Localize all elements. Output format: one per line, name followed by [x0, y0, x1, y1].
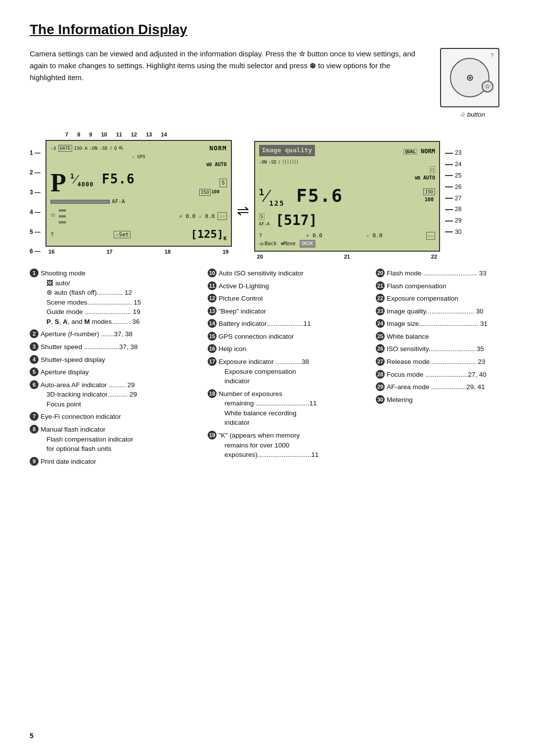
item-1: 1 Shooting mode 🖼 auto/ ⊛ auto (flash of…	[30, 268, 198, 326]
item-5: 5 Aperture display	[30, 367, 198, 377]
legend-col2: 10 Auto ISO sensitivity indicator 11 Act…	[208, 268, 366, 469]
lcd-image-quality-label: Image quality	[259, 145, 315, 156]
right-side-labels: 23 24 25 26 27 28 29 30	[445, 131, 504, 261]
bottom-num-19: 19	[222, 248, 228, 256]
rs-item-23: 23	[445, 149, 504, 157]
item-17: 17 Exposure indicator ..............38 E…	[208, 357, 366, 386]
item-22: 22 Exposure compensation	[376, 294, 504, 304]
lcd-right-icons-row: ☆0N ☆SD ♪ |||||||	[259, 159, 436, 166]
lcd-right-screen: Image quality QUAL NORM ☆0N ☆SD ♪ ||||||…	[254, 141, 441, 251]
lcd-left-icons: ☆ ⚙⚙⚙ ⚙⚙⚙ ⚙⚙⚙	[50, 208, 66, 225]
lcd-set-button: ☆Set	[114, 231, 131, 238]
page-title: The Information Display	[30, 20, 504, 39]
item-12: 12 Picture Control	[208, 294, 366, 304]
item-2: 2 Aperture (f-number) .......37, 38	[30, 329, 198, 339]
item-9: 9 Print date indicator	[30, 457, 198, 467]
item-5-label: Aperture display	[41, 367, 198, 377]
item-8-label: Manual flash indicator	[41, 426, 105, 433]
item-20-label: Flash mode .............................…	[387, 268, 504, 278]
item-7: 7 Eye-Fi connection indicator	[30, 412, 198, 422]
lcd-ok-button: OKOK	[300, 240, 315, 248]
lcd-left-screen: ☆z DATE ISO-A ☆ON ☆SD ♪ Q AL NORM ☆ GPS	[45, 140, 232, 247]
lcd-right-main-display: 1⁄125 F5.6 ISO 100	[259, 183, 436, 209]
bottom-num-16: 16	[48, 248, 54, 256]
item-13: 13 "Beep" indicator	[208, 307, 366, 316]
top-number-row: 7 8 9 10 11 12 13 14	[45, 131, 232, 138]
item-19-label: "K" (appears when memory	[219, 432, 300, 439]
item-21: 21 Flash compensation	[376, 281, 504, 291]
item-27: 27 Release mode.........................…	[376, 357, 504, 367]
lcd-shutter-aperture: 1⁄4000 F5.6	[70, 170, 220, 189]
legend-section: 1 Shooting mode 🖼 auto/ ⊛ auto (flash of…	[30, 268, 504, 469]
lcd-mode-P: P	[50, 170, 66, 196]
item-30-label: Metering	[387, 395, 504, 405]
item-7-label: Eye-Fi connection indicator	[41, 412, 198, 422]
page-number: 5	[30, 731, 34, 741]
lcd-flash-comp: ⚡ 0.0 ☆ 0.0 ☆☆	[179, 212, 226, 220]
diagram-section: 1 — 2 — 3 — 4 — 5 — 6 — 7 8 9 10 11 12 1…	[30, 131, 504, 261]
label-num-3: 3 —	[30, 188, 41, 197]
item-23: 23 Image quality........................…	[376, 307, 504, 316]
lcd-right-s-bracket: S	[259, 213, 265, 221]
item-14: 14 Battery indicator....................…	[208, 319, 366, 329]
lcd-right-wb-row: WB AUTO	[259, 175, 436, 181]
item-12-label: Picture Control	[219, 294, 366, 304]
item-1-label: Shooting mode	[41, 269, 86, 277]
item-15-label: GPS connection indicator	[219, 332, 366, 342]
lcd-right-wrapper: Image quality QUAL NORM ☆0N ☆SD ♪ ||||||…	[254, 131, 441, 261]
label-num-5: 5 —	[30, 228, 41, 236]
bottom-number-row-right: 20 21 22	[254, 253, 441, 261]
rs-item-30: 30	[445, 228, 504, 236]
label-num-4: 4 —	[30, 208, 41, 217]
item-25-label: White balance	[387, 332, 504, 342]
item-3-label: Shutter speed ...................37, 38	[41, 342, 198, 352]
label-num-2: 2 —	[30, 169, 41, 177]
lcd-set-frames-row: ? ☆Set [125]K	[50, 227, 227, 243]
lcd-right-bracket-number: [517]	[275, 211, 317, 230]
item-3: 3 Shutter speed ...................37, 3…	[30, 342, 198, 352]
item-19: 19 "K" (appears when memory remains for …	[208, 431, 366, 460]
lcd-main-display: P 1⁄4000 F5.6 ISO 100 S	[50, 170, 227, 196]
item-29-label: AF-area mode ...................29, 41	[387, 382, 504, 392]
lcd-right-norm: QUAL NORM	[403, 147, 435, 156]
item-6-label: Auto-area AF indicator ......... 29	[41, 381, 135, 389]
item-24-label: Image size..............................…	[387, 319, 504, 329]
item-20: 20 Flash mode ..........................…	[376, 268, 504, 278]
item-28-label: Focus mode .......................27, 40	[387, 370, 504, 380]
item-16-label: Help icon	[219, 344, 366, 354]
camera-corner: ? ⊛ ☆	[440, 48, 499, 107]
item-23-label: Image quality.......................... …	[387, 307, 504, 316]
item-29: 29 AF-area mode ...................29, 4…	[376, 382, 504, 392]
label-num-1: 1 —	[30, 149, 41, 157]
item-28: 28 Focus mode .......................27,…	[376, 370, 504, 380]
item-15: 15 GPS connection indicator	[208, 332, 366, 342]
intro-section: Camera settings can be viewed and adjust…	[30, 48, 504, 119]
camera-button-icon: ⊛	[450, 58, 490, 97]
label-num-6: 6 —	[30, 247, 41, 256]
lcd-right-shutter-aperture: 1⁄125 F5.6	[259, 183, 419, 209]
bottom-num-21: 21	[344, 253, 350, 261]
bottom-num-22: 22	[431, 253, 437, 261]
lcd-row1: ☆z DATE ISO-A ☆ON ☆SD ♪ Q AL NORM	[50, 144, 227, 153]
item-27-label: Release mode......................... 23	[387, 357, 504, 367]
bottom-num-18: 18	[165, 248, 171, 256]
rs-item-26: 26	[445, 183, 504, 191]
item-8: 8 Manual flash indicator Flash compensat…	[30, 425, 198, 454]
item-6: 6 Auto-area AF indicator ......... 29 3D…	[30, 380, 198, 409]
lcd-icons-row: ☆z DATE ISO-A ☆ON ☆SD ♪ Q AL	[50, 145, 124, 152]
item-26-label: ISO sensitivity.........................…	[387, 344, 504, 354]
bottom-num-17: 17	[106, 248, 112, 256]
item-22-label: Exposure compensation	[387, 294, 504, 304]
lcd-right-size-row: □	[259, 166, 436, 174]
item-30: 30 Metering	[376, 395, 504, 405]
lcd-norm-right: NORM	[209, 144, 226, 153]
rs-item-28: 28	[445, 205, 504, 214]
item-4: 4 Shutter-speed display	[30, 355, 198, 365]
lcd-bottom-area: ☆ ⚙⚙⚙ ⚙⚙⚙ ⚙⚙⚙ ⚡ 0.0 ☆ 0.0 ☆☆	[50, 208, 227, 225]
lcd-right-bottom-row: ? ⚡ 0.0 ☆ 0.0 ☆☆	[259, 232, 436, 240]
left-number-column: 1 — 2 — 3 — 4 — 5 — 6 —	[30, 131, 41, 261]
item-26: 26 ISO sensitivity......................…	[376, 344, 504, 354]
bottom-number-row-left: 16 17 18 19	[45, 248, 232, 256]
lcd-right-title-row: Image quality QUAL NORM	[259, 145, 436, 157]
item-11: 11 Active D-Lighting	[208, 281, 366, 291]
